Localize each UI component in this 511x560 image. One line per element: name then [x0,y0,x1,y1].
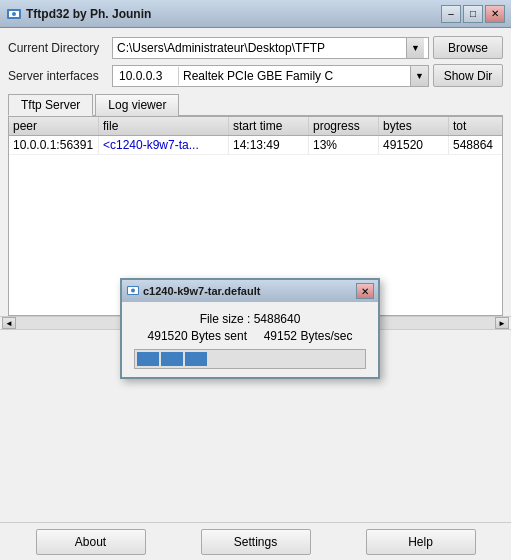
cell-start-time: 14:13:49 [229,136,309,154]
cell-bytes: 491520 [379,136,449,154]
server-adapter: Realtek PCIe GBE Family C [179,69,410,83]
col-peer: peer [9,117,99,135]
cell-peer: 10.0.0.1:56391 [9,136,99,154]
interfaces-arrow[interactable]: ▼ [410,66,428,86]
scroll-left-button[interactable]: ◄ [2,317,16,329]
current-dir-label: Current Directory [8,41,108,55]
server-ip: 10.0.0.3 [113,69,178,83]
minimize-button[interactable]: – [441,5,461,23]
about-button[interactable]: About [36,529,146,555]
progress-bar [134,349,366,369]
progress-block-2 [161,352,183,366]
dialog-title-text: c1240-k9w7-tar.default [143,285,260,297]
col-tot: tot [449,117,503,135]
col-bytes: bytes [379,117,449,135]
window-title: Tftpd32 by Ph. Jounin [26,7,151,21]
col-start-time: start time [229,117,309,135]
scroll-right-button[interactable]: ► [495,317,509,329]
dialog-title-left: c1240-k9w7-tar.default [126,284,260,298]
cell-progress: 13% [309,136,379,154]
settings-button[interactable]: Settings [201,529,311,555]
svg-point-2 [12,12,16,16]
file-size-info: File size : 5488640 [134,312,366,326]
title-bar-left: Tftpd32 by Ph. Jounin [6,6,151,22]
table-row[interactable]: 10.0.0.1:56391 <c1240-k9w7-ta... 14:13:4… [9,136,502,155]
dialog-title-bar: c1240-k9w7-tar.default ✕ [122,280,378,302]
title-bar: Tftpd32 by Ph. Jounin – □ ✕ [0,0,511,28]
browse-button[interactable]: Browse [433,36,503,59]
progress-dialog: c1240-k9w7-tar.default ✕ File size : 548… [120,278,380,379]
bytes-sent: 491520 Bytes sent [148,329,247,343]
progress-block-1 [137,352,159,366]
cell-file: <c1240-k9w7-ta... [99,136,229,154]
table-header: peer file start time progress bytes tot [9,117,502,136]
show-dir-button[interactable]: Show Dir [433,64,503,87]
col-file: file [99,117,229,135]
cell-tot: 548864 [449,136,503,154]
window-controls: – □ ✕ [441,5,505,23]
dialog-body: File size : 5488640 491520 Bytes sent 49… [122,302,378,377]
tab-tftp-server[interactable]: Tftp Server [8,94,93,116]
maximize-button[interactable]: □ [463,5,483,23]
tab-log-viewer[interactable]: Log viewer [95,94,179,116]
dialog-close-button[interactable]: ✕ [356,283,374,299]
dialog-icon [126,284,140,298]
transfer-speed: 49152 Bytes/sec [264,329,353,343]
tabs-bar: Tftp Server Log viewer [8,93,503,116]
current-dir-combo[interactable]: C:\Users\Administrateur\Desktop\TFTP ▼ [112,37,429,59]
progress-block-3 [185,352,207,366]
bottom-bar: About Settings Help [0,522,511,560]
current-dir-value: C:\Users\Administrateur\Desktop\TFTP [117,41,406,55]
close-button[interactable]: ✕ [485,5,505,23]
svg-point-5 [131,289,135,293]
server-interfaces-combo[interactable]: 10.0.0.3 Realtek PCIe GBE Family C ▼ [112,65,429,87]
current-dir-row: Current Directory C:\Users\Administrateu… [8,36,503,59]
app-icon [6,6,22,22]
current-dir-arrow[interactable]: ▼ [406,38,424,58]
main-content: Current Directory C:\Users\Administrateu… [0,28,511,522]
table-body: 10.0.0.1:56391 <c1240-k9w7-ta... 14:13:4… [9,136,502,155]
transfer-info: 491520 Bytes sent 49152 Bytes/sec [134,329,366,343]
col-progress: progress [309,117,379,135]
help-button[interactable]: Help [366,529,476,555]
server-interfaces-row: Server interfaces 10.0.0.3 Realtek PCIe … [8,64,503,87]
server-interfaces-label: Server interfaces [8,69,108,83]
